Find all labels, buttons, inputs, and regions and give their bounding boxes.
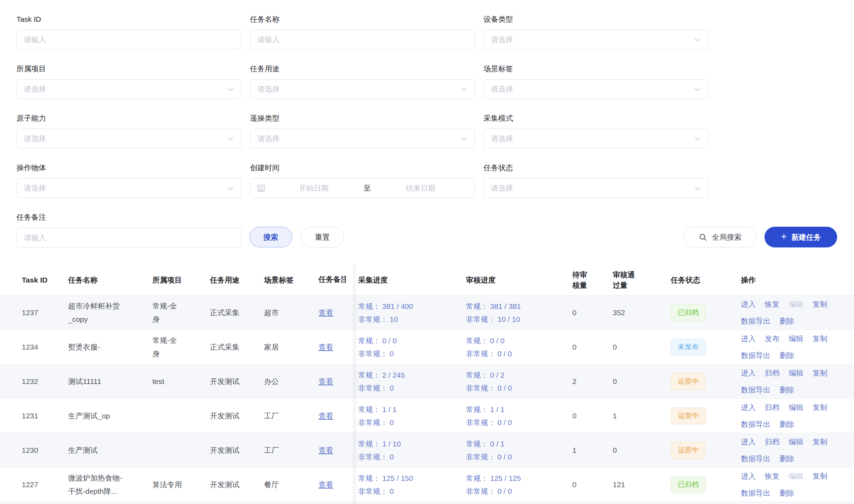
action-link[interactable]: 恢复 — [765, 298, 780, 311]
filter-label: 任务备注 — [17, 212, 241, 223]
action-link: 编辑 — [789, 298, 803, 311]
reset-button[interactable]: 重置 — [301, 227, 344, 247]
date-start-input[interactable]: 开始日期 — [267, 183, 361, 193]
action-link[interactable]: 复制 — [813, 470, 827, 483]
chevron-down-icon — [228, 185, 234, 190]
table-header-cell-purpose: 任务用途 — [210, 275, 264, 285]
action-link[interactable]: 复制 — [813, 332, 827, 345]
action-link[interactable]: 复制 — [813, 298, 827, 311]
teleop-type-select[interactable]: 请选择 — [250, 129, 475, 148]
cell-ops: 进入归档编辑复制数据导出删除 — [737, 435, 854, 465]
action-link[interactable]: 进入 — [741, 470, 756, 483]
scene-tag-select[interactable]: 请选择 — [484, 79, 708, 99]
action-link[interactable]: 删除 — [780, 486, 794, 499]
filter-label: 所属项目 — [17, 64, 241, 74]
action-link[interactable]: 编辑 — [789, 366, 803, 379]
action-link[interactable]: 编辑 — [789, 332, 803, 345]
action-link[interactable]: 数据导出 — [741, 383, 770, 396]
view-remark-link[interactable]: 查看 — [318, 343, 333, 351]
table-row: 1227微波炉加热食物-干扰-depth降...算法专用开发测试餐厅查看常规： … — [0, 467, 854, 502]
purpose-select[interactable]: 请选择 — [250, 79, 475, 99]
action-link[interactable]: 归档 — [765, 366, 780, 379]
action-link[interactable]: 数据导出 — [741, 486, 770, 499]
chevron-down-icon — [461, 135, 467, 141]
action-link[interactable]: 删除 — [780, 418, 794, 431]
task-status-select[interactable]: 请选择 — [484, 178, 708, 198]
collect-mode-select[interactable]: 请选择 — [484, 129, 708, 148]
atomic-ability-select[interactable]: 请选择 — [17, 129, 241, 148]
cell-remark: 查看 — [318, 480, 353, 490]
cell-name: 超市冷鲜柜补货_copy — [68, 299, 152, 326]
action-link[interactable]: 进入 — [741, 298, 756, 311]
filter-field-atomic-ability: 原子能力 请选择 — [17, 113, 241, 148]
action-link[interactable]: 进入 — [741, 366, 756, 379]
view-remark-link[interactable]: 查看 — [318, 446, 333, 454]
project-select[interactable]: 请选择 — [17, 79, 241, 99]
action-link[interactable]: 发布 — [765, 332, 780, 345]
cell-pending: 0 — [572, 412, 613, 420]
table-header-cell-taskid: Task ID — [22, 276, 68, 284]
cell-scene: 办公 — [264, 377, 318, 386]
view-remark-link[interactable]: 查看 — [318, 377, 333, 385]
action-link[interactable]: 编辑 — [789, 401, 803, 414]
table-header-cell-status: 任务状态 — [671, 275, 737, 285]
view-remark-link[interactable]: 查看 — [318, 480, 333, 489]
filter-field-create-time: 创建时间 开始日期 至 结束日期 — [250, 163, 475, 198]
table-row: 1231生产测试_op开发测试工厂查看常规： 1 / 1非常规： 0常规： 1 … — [0, 399, 854, 433]
date-range-picker[interactable]: 开始日期 至 结束日期 — [250, 178, 475, 198]
action-link[interactable]: 复制 — [813, 366, 827, 379]
filter-field-scene-tag: 场景标签 请选择 — [484, 64, 708, 99]
cell-collect: 常规： 381 / 400非常规： 10 — [353, 300, 466, 326]
action-link[interactable]: 数据导出 — [741, 452, 770, 465]
action-link[interactable]: 删除 — [780, 349, 794, 362]
cell-status: 已归档 — [671, 304, 737, 321]
cell-scene: 餐厅 — [264, 480, 318, 490]
action-link[interactable]: 进入 — [741, 435, 756, 448]
cell-remark: 查看 — [318, 342, 353, 352]
task-name-input[interactable]: 请输入 — [250, 30, 475, 49]
cell-approved: 121 — [613, 480, 671, 489]
chevron-down-icon — [695, 36, 701, 42]
action-link[interactable]: 恢复 — [765, 470, 780, 483]
table-header-cell-pending: 待审核量 — [572, 270, 613, 291]
filter-panel: Task ID 请输入 任务名称 请输入 设备类型 请选择 所属项目 请选择 — [0, 0, 854, 247]
global-search-button[interactable]: 全局搜索 — [683, 227, 756, 247]
task-id-input[interactable]: 请输入 — [17, 30, 241, 49]
cell-status: 未发布 — [671, 339, 737, 356]
action-link[interactable]: 归档 — [765, 435, 780, 448]
action-link: 编辑 — [789, 470, 803, 483]
action-link[interactable]: 进入 — [741, 401, 756, 414]
object-select[interactable]: 请选择 — [17, 178, 241, 198]
action-link[interactable]: 删除 — [780, 383, 794, 396]
cell-collect: 常规： 1 / 1非常规： 0 — [353, 403, 466, 429]
cell-status: 运营中 — [671, 442, 737, 459]
action-link[interactable]: 复制 — [813, 401, 827, 414]
cell-taskid: 1231 — [22, 412, 68, 420]
task-remark-input[interactable]: 请输入 — [17, 228, 241, 247]
device-type-select[interactable]: 请选择 — [484, 30, 708, 49]
filter-field-project: 所属项目 请选择 — [17, 64, 241, 99]
cell-project: 常规-全身 — [152, 299, 210, 326]
global-search-label: 全局搜索 — [712, 232, 741, 242]
cell-approved: 1 — [613, 412, 671, 420]
action-link[interactable]: 进入 — [741, 332, 756, 345]
date-end-input[interactable]: 结束日期 — [374, 183, 467, 193]
cell-ops: 进入恢复编辑复制数据导出删除 — [737, 470, 854, 499]
table-header-cell-scene: 场景标签 — [264, 275, 318, 285]
action-link[interactable]: 删除 — [780, 314, 794, 327]
action-link[interactable]: 删除 — [780, 452, 794, 465]
action-link[interactable]: 数据导出 — [741, 349, 770, 362]
action-link[interactable]: 编辑 — [789, 435, 803, 448]
action-link[interactable]: 数据导出 — [741, 418, 770, 431]
cell-purpose: 开发测试 — [210, 411, 264, 421]
search-button[interactable]: 搜索 — [249, 227, 292, 247]
view-remark-link[interactable]: 查看 — [318, 412, 333, 420]
view-remark-link[interactable]: 查看 — [318, 309, 333, 317]
action-link[interactable]: 数据导出 — [741, 314, 770, 327]
create-task-label: 新建任务 — [791, 232, 821, 242]
action-link[interactable]: 复制 — [813, 435, 827, 448]
cell-name: 生产测试 — [68, 444, 152, 457]
task-table: Task ID任务名称所属项目任务用途场景标签任务备注采集进度审核进度待审核量审… — [0, 265, 854, 504]
action-link[interactable]: 归档 — [765, 401, 780, 414]
create-task-button[interactable]: + 新建任务 — [764, 227, 837, 247]
